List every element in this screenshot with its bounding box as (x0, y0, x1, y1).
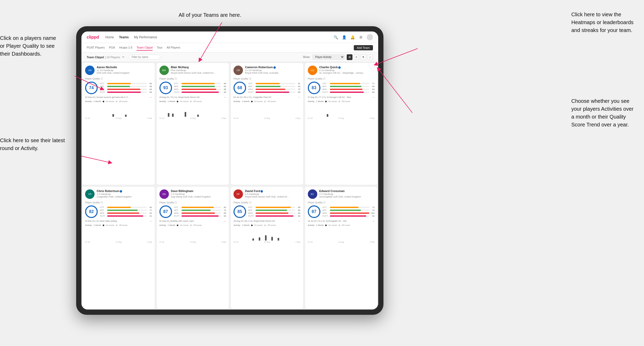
arg-label: ARG (174, 88, 180, 91)
on-course-dot (103, 101, 104, 102)
activity-title: Activity · 1 Month (308, 100, 324, 103)
quality-circle[interactable]: 87 (159, 205, 172, 218)
tab-all-players[interactable]: All Players (167, 45, 180, 51)
avatar-icon[interactable] (367, 34, 373, 40)
tab-tour[interactable]: Tour (157, 45, 162, 51)
player-last-round[interactable]: 26 Aug 23 | 84 (+12), Royal North Devon … (233, 220, 300, 222)
player-last-round[interactable]: 07 Aug 23 | 77 (+7), St George's Hill GC… (308, 96, 375, 99)
quality-circle[interactable]: 85 (233, 205, 246, 218)
player-card[interactable]: CR Chris Robertson 1-5 Handicap Craigmil… (82, 187, 155, 308)
quality-number: 74 (89, 86, 94, 90)
quality-bars: OTT 89 APP 80 ARG (248, 206, 300, 217)
show-select[interactable]: Player Activity Quality Score Trend (312, 55, 345, 60)
quality-circle[interactable]: 87 (308, 205, 320, 218)
player-card[interactable]: AN Aaron Nicholls 11-15 Handicap Drift G… (82, 63, 155, 185)
arg-label: ARG (248, 212, 255, 214)
search-icon[interactable]: 🔍 (333, 35, 338, 40)
sort-icon[interactable]: ↕ (367, 54, 373, 60)
activity-header: Activity · 1 Month On course Off course (233, 100, 300, 103)
ott-label: OTT (174, 206, 180, 209)
bar-row-ott: OTT 73 (323, 206, 375, 209)
quality-content[interactable]: 87 OTT 82 APP 74 (159, 205, 226, 218)
tab-pga[interactable]: PGA (109, 45, 115, 51)
quality-circle[interactable]: 82 (85, 205, 98, 218)
player-name[interactable]: Chris Robertson (97, 189, 152, 193)
nav-performance[interactable]: My Performance (134, 34, 157, 40)
quality-content[interactable]: 83 OTT 77 APP 80 (308, 82, 375, 94)
player-name[interactable]: Cameron Robertson (245, 66, 300, 69)
app-logo[interactable]: clippd (87, 35, 99, 40)
player-card[interactable]: DB Dave Billingham 1-5 Handicap Sag Main… (157, 187, 229, 308)
nav-home[interactable]: Home (105, 34, 114, 40)
bell-icon[interactable]: 🔔 (350, 35, 355, 40)
player-last-round[interactable]: 02 Jul 23 | 59 (+17), Craigmillar Park G… (233, 96, 300, 99)
chart-dates: 31 Jul 21 Aug 4 Sep (233, 241, 300, 243)
grid-view-icon[interactable]: ⊞ (347, 54, 352, 60)
quality-content[interactable]: 74 OTT 60 APP 58 (85, 82, 152, 94)
filter-icon[interactable]: ▼ (360, 54, 366, 60)
player-last-round[interactable]: 04 Sep 23 | Mobility with coach, Gym → (159, 220, 226, 222)
putt-fill (181, 215, 219, 217)
date-end: 4 Sep (147, 117, 152, 119)
player-card[interactable]: CR Cameron Robertson 11-15 Handicap Roya… (231, 63, 303, 185)
off-course-dot (264, 101, 266, 102)
player-last-round[interactable]: 18 Jul 23 | 74 (+4), Sunningdale GC - Ol… (308, 220, 375, 222)
player-name[interactable]: David Ford (245, 189, 300, 193)
list-view-icon[interactable]: ≡ (354, 54, 359, 60)
ott-value: 77 (370, 82, 375, 85)
nav-teams[interactable]: Teams (119, 34, 129, 40)
add-team-button[interactable]: Add Team (354, 45, 373, 50)
player-card[interactable]: EC Edward Crossman 1-5 Handicap Sunningd… (305, 187, 377, 308)
player-last-round[interactable]: 03 Mar 23 | 19, Must make putting → (85, 220, 152, 222)
player-name[interactable]: Dave Billingham (171, 189, 226, 193)
putt-track (256, 215, 295, 217)
ott-track (181, 83, 221, 84)
putt-value: 86 (370, 91, 375, 93)
on-course-dot (325, 101, 327, 102)
player-last-round[interactable]: 02 Sep 23 | Sunset round to get back int… (85, 96, 152, 99)
player-card[interactable]: BM Blair McHarg Plus Handicap Royal Nort… (157, 63, 229, 185)
player-card[interactable]: CQ Charlie Quick 6-10 Handicap St. Georg… (305, 63, 377, 185)
quality-bars: OTT 61 APP 63 ARG (248, 82, 300, 93)
quality-content[interactable]: 82 OTT 60 APP 77 (85, 205, 152, 218)
quality-content[interactable]: 87 OTT 73 APP 79 (308, 205, 375, 218)
annotation-teams: All of your Teams are here. (179, 11, 241, 19)
tab-team-clippd[interactable]: Team Clippd (137, 45, 153, 51)
quality-circle[interactable]: 74 (85, 82, 98, 94)
filter-input[interactable] (129, 55, 160, 60)
on-course-legend: On course (180, 224, 188, 226)
player-name[interactable]: Charlie Quick (319, 66, 375, 69)
app-value: 77 (148, 209, 152, 211)
user-icon[interactable]: 👤 (341, 35, 347, 40)
quality-circle[interactable]: 93 (159, 82, 172, 94)
arg-fill (330, 212, 370, 214)
quality-circle[interactable]: 83 (308, 82, 320, 94)
date-mid: 21 Aug (190, 117, 196, 119)
quality-content[interactable]: 93 OTT 84 APP 85 (159, 82, 226, 94)
player-name[interactable]: Aaron Nicholls (97, 66, 152, 69)
player-card[interactable]: DF David Ford 1-5 Handicap Royal North D… (231, 187, 303, 308)
player-name[interactable]: Edward Crossman (319, 189, 375, 193)
date-start: 31 Jul (159, 117, 164, 119)
tab-pgat[interactable]: PGAT Players (87, 45, 105, 51)
quality-content[interactable]: 68 OTT 61 APP 63 (233, 82, 300, 94)
activity-section: Activity · 1 Month On course Off course … (159, 100, 226, 182)
app-value: 63 (296, 85, 300, 88)
on-course-legend: On course (254, 224, 263, 226)
quality-content[interactable]: 85 OTT 89 APP 80 (233, 205, 300, 218)
settings-icon[interactable]: ⚙ (358, 35, 363, 40)
chart-dates: 31 Jul 21 Aug 4 Sep (85, 117, 152, 119)
app-label: APP (174, 85, 180, 88)
quality-circle[interactable]: 68 (233, 82, 246, 94)
edit-icon[interactable]: ✏ (122, 55, 124, 59)
player-header: CR Cameron Robertson 11-15 Handicap Roya… (233, 66, 300, 75)
tab-hcaps[interactable]: Hcaps 1-5 (119, 45, 132, 51)
off-course-dot (116, 101, 117, 102)
putt-value: 85 (296, 91, 300, 93)
quality-bars: OTT 60 APP 77 ARG (100, 206, 152, 217)
app-fill (256, 86, 281, 87)
player-name[interactable]: Blair McHarg (171, 66, 226, 69)
player-last-round[interactable]: 26 Aug 23 | 73 (+1), Royal North Devon G… (159, 96, 226, 99)
last-round-text: 03 Mar 23 | 19, Must make putting (85, 220, 148, 222)
bar-row-arg: ARG 103 (323, 212, 375, 214)
